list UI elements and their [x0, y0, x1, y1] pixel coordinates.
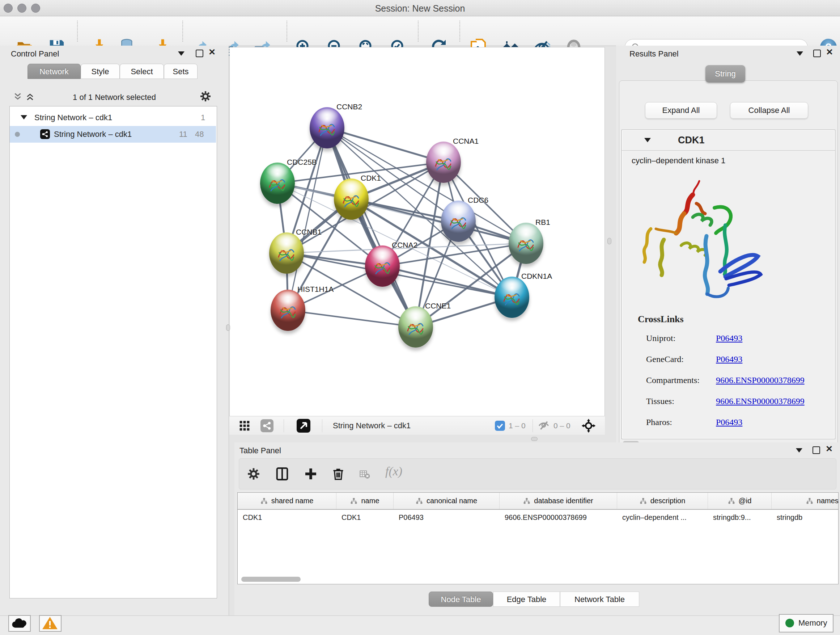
network-node-count: 11: [179, 130, 187, 139]
tab-style[interactable]: Style: [81, 64, 120, 79]
cell-name[interactable]: CDK1: [336, 510, 393, 525]
column-header[interactable]: canonical name: [393, 493, 500, 509]
node-table[interactable]: shared name name canonical name database…: [237, 492, 838, 584]
column-header[interactable]: database identifier: [500, 493, 617, 509]
float-panel-icon[interactable]: [813, 50, 821, 57]
gene-symbol: CDK1: [678, 135, 705, 146]
gene-description: cyclin–dependent kinase 1: [632, 156, 725, 165]
show-columns-icon[interactable]: [275, 467, 289, 481]
tab-edge-table[interactable]: Edge Table: [493, 592, 560, 607]
hidden-eye-icon[interactable]: [538, 420, 550, 432]
column-header[interactable]: shared name: [238, 493, 336, 509]
network-node-HIST1H1A[interactable]: [271, 290, 305, 331]
cell-database-identifier[interactable]: 9606.ENSP00000378699: [500, 510, 617, 525]
column-header[interactable]: description: [617, 493, 708, 509]
network-view-icon[interactable]: [261, 419, 273, 432]
table-row[interactable]: CDK1 CDK1 P06493 9606.ENSP00000378699 cy…: [238, 510, 838, 525]
cell-namespace[interactable]: stringdb: [772, 510, 838, 525]
network-node-CCNE1[interactable]: [398, 306, 433, 348]
collection-expand-icon[interactable]: [21, 115, 27, 119]
network-row[interactable]: String Network – cdk1 11 48: [10, 126, 216, 143]
tab-network-table[interactable]: Network Table: [560, 592, 639, 607]
column-header[interactable]: @id: [708, 493, 772, 509]
table-panel: Table Panel ✕ f(x) shared name: [234, 442, 840, 616]
memory-button[interactable]: Memory: [779, 614, 834, 632]
network-node-CDC6[interactable]: [441, 201, 476, 242]
node-label-CDC25B: CDC25B: [287, 158, 317, 166]
left-splitter-handle[interactable]: [226, 325, 230, 331]
network-view-title: String Network – cdk1: [333, 421, 411, 431]
crosslink-pharos-link[interactable]: P06493: [716, 417, 742, 427]
network-canvas[interactable]: CCNB2CCNA1CDC25BCDK1CDC6RB1CCNB1CCNA2CDK…: [229, 47, 605, 417]
expand-all-button[interactable]: Expand All: [645, 102, 717, 119]
birds-eye-view-icon[interactable]: [297, 419, 310, 432]
memory-status-dot: [785, 619, 794, 627]
crosslink-genecard-link[interactable]: P06493: [716, 355, 742, 364]
fit-content-crosshair-icon[interactable]: [581, 418, 596, 433]
network-node-RB1[interactable]: [508, 223, 543, 264]
cloud-status-button[interactable]: [8, 615, 31, 632]
table-options-gear-icon[interactable]: [247, 467, 260, 480]
column-header[interactable]: namespace: [772, 493, 838, 509]
crosslink-uniprot-link[interactable]: P06493: [716, 333, 742, 343]
close-panel-icon[interactable]: ✕: [826, 445, 833, 453]
bottom-splitter-handle[interactable]: [531, 437, 538, 441]
close-panel-icon[interactable]: ✕: [208, 49, 216, 56]
grid-view-icon[interactable]: [239, 420, 250, 432]
gene-collapse-icon[interactable]: [644, 138, 651, 142]
cell-canonical-name[interactable]: P06493: [393, 510, 500, 525]
toolbar-separator: [77, 21, 78, 42]
selected-checkbox-icon[interactable]: [495, 421, 505, 431]
network-type-icon: [40, 129, 50, 139]
float-panel-icon[interactable]: [196, 50, 203, 57]
selected-node-edge-count: 1 – 0: [508, 421, 526, 430]
create-column-plus-icon[interactable]: [304, 467, 317, 480]
tab-select[interactable]: Select: [120, 64, 164, 79]
hidden-node-edge-count: 0 – 0: [554, 421, 570, 430]
cell-description[interactable]: cyclin–dependent ...: [617, 510, 708, 525]
table-header-row: shared name name canonical name database…: [238, 493, 838, 510]
protein-structure-image: [638, 176, 774, 302]
crosslink-label: Compartments:: [646, 375, 699, 385]
right-splitter-handle[interactable]: [607, 238, 611, 244]
close-panel-icon[interactable]: ✕: [826, 49, 833, 56]
float-panel-icon[interactable]: [813, 447, 820, 454]
crosslink-compartments-link[interactable]: 9606.ENSP00000378699: [716, 375, 805, 385]
panel-menu-icon[interactable]: [178, 51, 185, 56]
node-label-CDC6: CDC6: [468, 196, 488, 204]
delete-column-trash-icon[interactable]: [332, 467, 345, 481]
node-label-CCNA1: CCNA1: [453, 137, 478, 146]
delete-table-icon[interactable]: [358, 469, 371, 480]
status-bar: Memory: [0, 616, 840, 635]
node-label-CDK1: CDK1: [361, 174, 381, 182]
network-node-CDK1[interactable]: [334, 179, 369, 220]
network-nodes: CCNB2CCNA1CDC25BCDK1CDC6RB1CCNB1CCNA2CDK…: [230, 48, 605, 416]
warning-status-button[interactable]: [39, 615, 62, 632]
gene-header-row[interactable]: CDK1: [622, 130, 835, 150]
table-hscrollbar-thumb[interactable]: [241, 577, 301, 582]
cell-shared-name[interactable]: CDK1: [238, 510, 336, 525]
network-collection-row[interactable]: String Network – cdk1 1: [10, 109, 216, 126]
tab-string[interactable]: String: [706, 65, 745, 82]
column-header[interactable]: name: [336, 493, 393, 509]
table-panel-title: Table Panel: [240, 446, 281, 455]
network-node-CDKN1A[interactable]: [494, 277, 529, 318]
network-node-CCNA1[interactable]: [426, 141, 461, 183]
string-results-container: Expand All Collapse All CDK1 cyclin–depe…: [619, 80, 838, 490]
network-node-CCNB1[interactable]: [269, 233, 304, 274]
network-node-CCNA2[interactable]: [365, 245, 400, 287]
crosslinks-title: CrossLinks: [638, 314, 684, 325]
network-node-CCNB2[interactable]: [309, 107, 344, 149]
tab-node-table[interactable]: Node Table: [429, 592, 493, 607]
network-options-gear-icon[interactable]: [200, 90, 211, 102]
crosslink-label: GeneCard:: [646, 355, 684, 364]
collapse-all-button[interactable]: Collapse All: [730, 102, 808, 119]
panel-menu-icon[interactable]: [797, 51, 803, 56]
crosslink-tissues-link[interactable]: 9606.ENSP00000378699: [716, 396, 805, 406]
cell-id[interactable]: stringdb:9...: [708, 510, 772, 525]
tab-network[interactable]: Network: [27, 64, 81, 79]
function-builder-icon[interactable]: f(x): [385, 464, 402, 478]
network-node-CDC25B[interactable]: [260, 163, 295, 204]
tab-sets[interactable]: Sets: [164, 64, 197, 79]
panel-menu-icon[interactable]: [796, 448, 802, 453]
